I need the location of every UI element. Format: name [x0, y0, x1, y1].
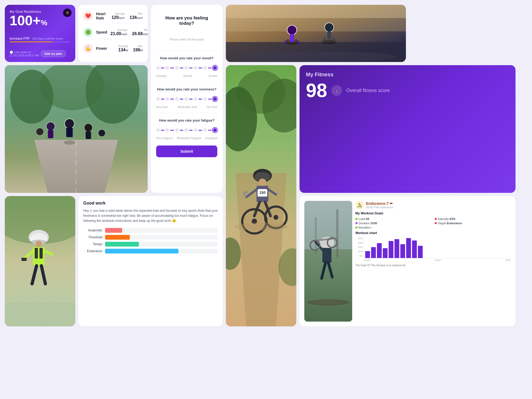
power-label: Power: [96, 46, 115, 51]
bar-2: [371, 247, 376, 258]
fatigue-label-right: Energized: [205, 137, 217, 140]
mood-label-right: Excited: [209, 74, 217, 77]
race-photo-card: [226, 5, 406, 62]
fitness-title: My Fitness: [306, 72, 509, 78]
x-label-2: 1h06: [505, 259, 511, 261]
svg-text:150: 150: [259, 190, 266, 195]
fatigue-label-left: Very Fatigued: [156, 137, 173, 140]
endurance-zone-label: Endurance: [83, 249, 102, 253]
svg-rect-27: [86, 131, 91, 139]
fitness-trend-icon: ↓: [331, 85, 342, 96]
workout-type-icon: 🚴: [355, 201, 364, 209]
workout-goals-title: My Workout Goals: [355, 211, 511, 215]
heart-max-label: Max: [130, 12, 143, 15]
svg-rect-6: [290, 34, 294, 42]
goal-elevation: Elevation -: [355, 226, 431, 229]
fatigue-slider[interactable]: [156, 128, 217, 132]
svg-point-37: [259, 178, 266, 186]
power-row: 💪 Power Average 134W Max 198W: [83, 41, 143, 55]
svg-rect-71: [336, 209, 338, 257]
svg-rect-60: [33, 247, 45, 266]
svg-point-10: [325, 23, 334, 32]
speed-avg-label: Average: [110, 28, 127, 31]
fatigue-dot-6: [203, 128, 207, 132]
svg-rect-62: [40, 248, 43, 259]
anaerobic-row: Anaerobic: [83, 228, 218, 233]
svg-rect-61: [35, 248, 38, 259]
bar-3: [377, 243, 382, 258]
mtb-photo-card: 150: [226, 65, 296, 326]
fatigue-label-mid: Moderately Fatigued: [177, 137, 201, 140]
goal-progress-fill: [10, 41, 52, 42]
svg-point-24: [46, 122, 55, 131]
goodwork-text: Hey J, you had a solid week above the ex…: [83, 208, 218, 224]
goal-target: Target Endurance: [435, 222, 511, 225]
mood-labels: Unhappy Neutral Excited: [156, 74, 217, 77]
feeling-card: How are you feeling today? Please select…: [151, 5, 223, 193]
solo-scene-bg: [5, 196, 75, 326]
endurance-zone-bar-bg: [105, 249, 218, 253]
threshold-bar: [105, 235, 130, 240]
svg-point-59: [36, 241, 42, 247]
mood-dot-active: [213, 65, 217, 70]
svg-rect-72: [315, 217, 317, 255]
goodwork-card: Good work Hey J, you had a solid week ab…: [78, 196, 223, 326]
fatigue-dot-1: [156, 128, 160, 132]
svg-point-3: [236, 51, 396, 62]
fitness-card: My Fitness 98 ↓ Overall fitness score: [300, 65, 516, 193]
mood-dot-2: [165, 66, 169, 70]
mtb-scene-bg: 150: [226, 65, 296, 326]
tempo-bar: [105, 242, 139, 247]
svg-rect-25: [48, 130, 53, 138]
bar-4: [383, 248, 388, 258]
power-avg-value: 134W: [118, 48, 128, 52]
workout-header: 🚴 Endurance-7✏ 06:00 PM endurance: [355, 201, 511, 209]
bar-1: [365, 251, 370, 258]
speed-row: 🟢 Speed Average 21.00mph Max 26.68mph: [83, 25, 143, 39]
soreness-label-right: Not Sore: [207, 106, 217, 109]
svg-point-81: [307, 299, 350, 306]
speed-max-value: 26.68mph: [132, 31, 148, 36]
svg-point-51: [234, 223, 288, 231]
workout-goals-grid: Load 58 Intensity 63% Duration 1h30 Targ…: [355, 217, 511, 229]
soreness-dot-active: [213, 97, 217, 101]
fatigue-dot-5: [194, 128, 197, 132]
mood-dot-4: [184, 66, 188, 70]
bar-5: [389, 241, 393, 258]
fatigue-labels: Very Fatigued Moderately Fatigued Energi…: [156, 137, 217, 140]
threshold-label: Threshold: [83, 235, 102, 239]
chart-x-axis: 00min 33min 1h06: [364, 259, 511, 261]
heart-icon: ❤️: [83, 11, 93, 21]
soreness-dot-3: [175, 97, 179, 101]
mood-slider[interactable]: [156, 65, 217, 70]
speed-avg-value: 21.00mph: [110, 31, 127, 36]
svg-point-33: [237, 70, 285, 114]
fitness-label: Overall fitness score: [346, 88, 390, 93]
zone-chart: Anaerobic Threshold Tempo Endurance: [83, 228, 218, 253]
race-scene-bg: [226, 5, 406, 62]
speed-label: Speed: [96, 30, 107, 34]
svg-rect-14: [226, 5, 406, 18]
submit-button[interactable]: Submit: [156, 146, 217, 157]
workout-name: Endurance-7✏: [366, 201, 393, 206]
endurance-info-panel: 🚴 Endurance-7✏ 06:00 PM endurance My Wor…: [355, 201, 511, 322]
cyclists-scene-bg: [5, 65, 148, 193]
bar-8: [406, 238, 411, 258]
heart-max-value: 134bpm: [130, 15, 143, 20]
replan-label: 🕐 Last replan on:: [10, 51, 39, 54]
bar-10: [418, 246, 423, 258]
power-avg-label: Average: [118, 45, 128, 48]
workout-meta: 06:00 PM endurance: [366, 206, 393, 209]
soreness-dot-4: [184, 97, 188, 101]
cycling-group-photo: [5, 65, 148, 193]
soreness-section-title: How would you rate your soreness?: [156, 87, 217, 91]
goal-label: Increase FTP: [10, 37, 30, 40]
feeling-subtitle: Please select all that apply: [156, 32, 217, 46]
goal-readiness-card: ⚙ My Goal Readiness 100+% Increase FTP 1…: [5, 5, 75, 62]
svg-point-21: [65, 119, 74, 128]
anaerobic-bar-bg: [105, 228, 218, 233]
goal-days: 100 days until the event: [32, 37, 63, 40]
edit-plan-button[interactable]: Edit my plan: [41, 50, 66, 57]
soreness-dot-5: [194, 97, 197, 101]
soreness-slider[interactable]: [156, 97, 217, 101]
